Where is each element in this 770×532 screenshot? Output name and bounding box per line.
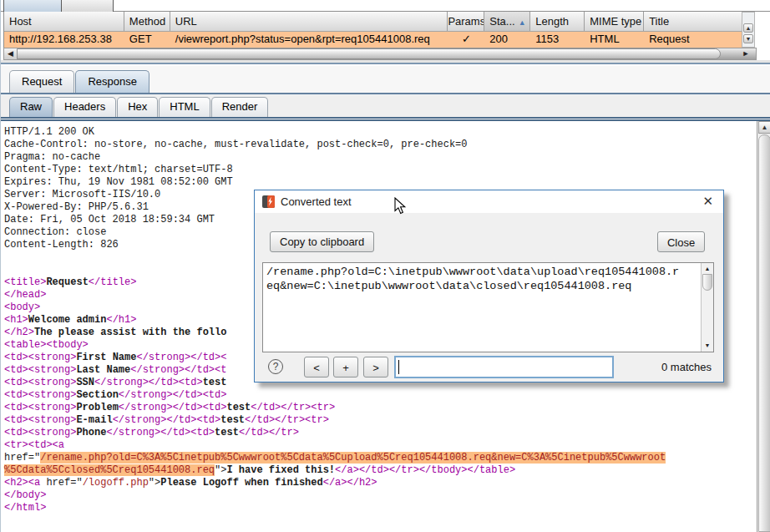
raw-text-segment: <td><strong> — [4, 364, 76, 376]
raw-text-segment: <td><strong> — [4, 377, 76, 388]
column-label: Length — [535, 15, 569, 28]
raw-line: <td><strong>Problem</strong></td><td>tes… — [4, 402, 757, 414]
raw-text-segment: Welcome admin — [28, 314, 107, 326]
converted-text-area[interactable]: /rename.php?old=C:\inetpub\wwwroot\data\… — [262, 262, 714, 352]
close-icon[interactable]: ✕ — [702, 194, 713, 209]
cell-sta[interactable]: 200 — [484, 32, 530, 48]
raw-text-segment: Problem — [76, 402, 118, 413]
raw-text-segment: </strong></td>< — [136, 352, 226, 363]
scroll-up-icon[interactable]: ▲ — [743, 23, 753, 33]
scroll-up-icon[interactable]: ▲ — [702, 264, 712, 274]
raw-text-segment: Server: Microsoft-IIS/10.0 — [4, 189, 160, 200]
raw-line: </html> — [4, 502, 757, 514]
proxy-table-selected-row[interactable]: http://192.168.253.38GET/viewreport.php?… — [4, 32, 742, 48]
textarea-scroll-thumb[interactable] — [702, 274, 712, 291]
converted-text-line: /rename.php?old=C:\inetpub\wwwroot\data\… — [266, 265, 701, 279]
mouse-cursor — [394, 197, 408, 215]
column-header-host[interactable]: Host — [4, 12, 124, 31]
raw-text-segment: The please assist with the follo — [34, 327, 226, 338]
scroll-left-icon[interactable]: ◀ — [4, 48, 17, 59]
top-tab-selected[interactable] — [3, 0, 62, 12]
raw-text-segment: <h2><a — [4, 477, 46, 489]
raw-text-segment: test — [215, 427, 239, 438]
cell-method[interactable]: GET — [124, 32, 170, 48]
raw-line: <td><strong>E-mail</strong></td><td>test… — [4, 414, 757, 427]
column-header-sta[interactable]: Sta...▲ — [484, 12, 530, 31]
column-header-title[interactable]: Title — [644, 12, 742, 31]
scroll-right-icon[interactable]: ► — [739, 48, 752, 59]
dialog-title: Converted text — [281, 195, 352, 208]
raw-text-segment: Cache-Control: no-store, no-cache, must-… — [4, 139, 468, 150]
copy-to-clipboard-button[interactable]: Copy to clipboard — [270, 231, 374, 252]
raw-line: </body> — [4, 489, 757, 502]
subtab-raw[interactable]: Raw — [9, 97, 53, 117]
raw-text-segment: </html> — [4, 502, 46, 514]
cell-length[interactable]: 1153 — [530, 32, 585, 48]
cell-title[interactable]: Request — [644, 32, 742, 48]
horizontal-scroll-thumb[interactable] — [17, 48, 721, 59]
view-subtabs: RawHeadersHexHTMLRender — [1, 95, 770, 117]
raw-text-segment: </a></td></tr></tbody></table> — [335, 464, 515, 476]
search-input[interactable] — [394, 356, 614, 378]
match-count-label: 0 matches — [661, 361, 712, 373]
search-previous-button[interactable]: < — [304, 357, 329, 377]
scroll-down-icon[interactable]: ▼ — [702, 341, 712, 351]
raw-text-segment: </h2> — [4, 327, 34, 338]
raw-text-segment: test — [226, 402, 251, 413]
help-icon[interactable]: ? — [268, 359, 283, 374]
raw-text-segment: SSN — [76, 377, 94, 388]
pane-divider — [1, 60, 770, 64]
raw-line: <h2><a href="/logoff.php">Please Logoff … — [4, 477, 757, 489]
raw-text-segment: "> — [149, 477, 160, 489]
raw-text-segment: <tr><td><a — [4, 439, 64, 451]
column-header-length[interactable]: Length — [530, 12, 585, 31]
cell-host[interactable]: http://192.168.253.38 — [4, 32, 124, 48]
top-tab-unselected[interactable] — [62, 0, 114, 12]
raw-line: Cache-Control: no-store, no-cache, must-… — [4, 139, 757, 151]
dialog-titlebar[interactable]: Converted text ✕ — [255, 190, 723, 213]
raw-text-segment: Pragma: no-cache — [4, 151, 100, 163]
cell-url[interactable]: /viewreport.php?status=open&rpt=req10544… — [170, 32, 448, 48]
subtab-render[interactable]: Render — [211, 97, 269, 117]
vertical-scroll-thumb[interactable] — [758, 134, 770, 532]
subtab-hex[interactable]: Hex — [117, 97, 158, 117]
tab-request[interactable]: Request — [9, 70, 74, 93]
search-add-button[interactable]: + — [333, 357, 358, 377]
table-vertical-scrollbar[interactable]: ▲ ▼ — [742, 12, 755, 48]
raw-text-segment: Content-Length: 826 — [4, 239, 119, 251]
scroll-up-icon[interactable]: ▲ — [758, 121, 770, 134]
raw-text-segment: <td><strong> — [4, 402, 76, 413]
scroll-down-icon[interactable]: ▼ — [743, 34, 753, 43]
raw-text-segment: <td><strong> — [4, 352, 76, 363]
raw-text-segment: I have fixed this! — [226, 464, 335, 476]
cell-mime-type[interactable]: HTML — [585, 32, 644, 48]
raw-line: Pragma: no-cache — [4, 151, 757, 164]
column-header-url[interactable]: URL — [170, 12, 448, 31]
http-history-table: HostMethodURLParamsSta...▲LengthMIME typ… — [3, 12, 742, 48]
raw-text-segment: Expires: Thu, 19 Nov 1981 08:52:00 GMT — [4, 176, 233, 188]
tab-response[interactable]: Response — [75, 70, 149, 93]
table-horizontal-scrollbar[interactable]: ◀ ► — [3, 48, 757, 60]
raw-text-segment: Last Name — [76, 364, 130, 376]
cell-params[interactable]: ✓ — [448, 32, 484, 48]
raw-text-segment: </body> — [4, 489, 46, 501]
column-header-mime-type[interactable]: MIME type — [585, 12, 644, 31]
raw-text-segment: Phone — [76, 427, 106, 438]
column-header-method[interactable]: Method — [124, 12, 170, 31]
column-header-params[interactable]: Params — [448, 12, 484, 31]
raw-text-segment: /logoff.php — [83, 477, 149, 489]
raw-text-segment: Content-Type: text/html; charset=UTF-8 — [4, 164, 233, 175]
close-button[interactable]: Close — [657, 231, 705, 252]
text-caret — [398, 360, 399, 374]
subtab-html[interactable]: HTML — [159, 97, 210, 117]
raw-text-segment: X-Powered-By: PHP/5.6.31 — [4, 201, 149, 213]
response-vertical-scrollbar[interactable]: ▲ — [757, 121, 770, 532]
search-next-button[interactable]: > — [363, 357, 388, 377]
textarea-vertical-scrollbar[interactable]: ▲ ▼ — [701, 263, 713, 352]
burp-suite-window: { "colors": { "row_highlight": "#fcc494"… — [0, 0, 770, 532]
subtab-headers[interactable]: Headers — [53, 97, 116, 117]
top-tab-strip — [1, 0, 770, 12]
raw-text-segment: E-mail — [76, 414, 112, 426]
raw-line: Content-Type: text/html; charset=UTF-8 — [4, 164, 757, 176]
raw-text-segment: </td></tr><tr> — [245, 414, 329, 426]
